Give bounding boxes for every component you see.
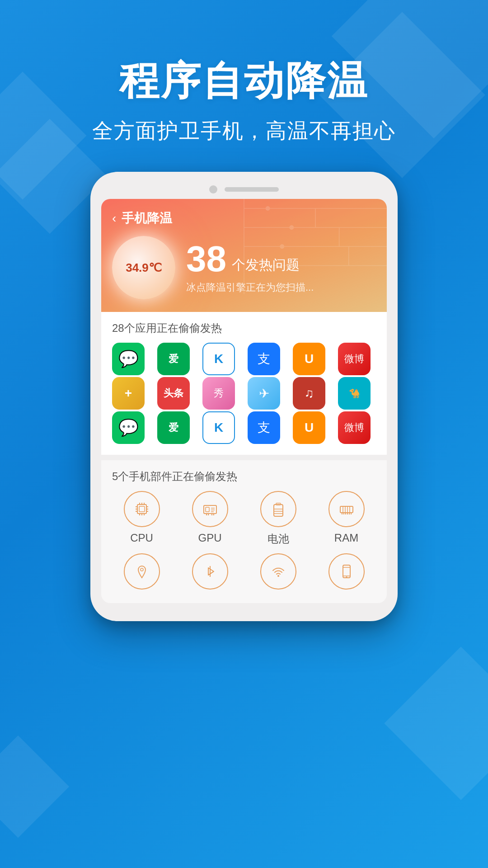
apps-section: 28个应用正在偷偷发热 💬 爱 K 支 U 微博 + 头条 秀 ✈ ♫ 🐪	[101, 312, 387, 455]
bluetooth-icon	[192, 553, 228, 590]
svg-rect-38	[274, 505, 283, 516]
ram-label: RAM	[334, 532, 358, 544]
component-battery: 电池	[249, 491, 308, 546]
app-icons-row3: 💬 爱 K 支 U 微博	[112, 411, 376, 444]
component-screen	[317, 553, 376, 594]
phone-mockup: ‹ 手机降温 34.9℃ 38 个发热问题 冰点降温引擎正在为您扫描...	[90, 172, 398, 621]
svg-rect-43	[340, 506, 353, 513]
list-item: U	[293, 343, 325, 375]
temperature-circle: 34.9℃	[112, 236, 175, 299]
cpu-label: CPU	[130, 532, 153, 544]
phone-frame: ‹ 手机降温 34.9℃ 38 个发热问题 冰点降温引擎正在为您扫描...	[90, 172, 398, 621]
list-item: ✈	[248, 377, 280, 410]
app-icons-row1: 💬 爱 K 支 U 微博	[112, 343, 376, 375]
components-row2	[112, 553, 376, 594]
svg-point-56	[277, 575, 279, 577]
cpu-icon	[124, 491, 160, 527]
components-section: 5个手机部件正在偷偷发热	[101, 460, 387, 603]
list-item: 爱	[157, 411, 190, 444]
issue-count: 38	[186, 239, 226, 279]
section-divider	[101, 455, 387, 460]
temperature-value: 34.9℃	[126, 261, 162, 275]
issue-info: 38 个发热问题 冰点降温引擎正在为您扫描...	[186, 241, 376, 294]
list-item: 微博	[338, 411, 371, 444]
app-title: 手机降温	[122, 210, 172, 227]
list-item: 支	[248, 343, 280, 375]
phone-camera	[209, 185, 217, 193]
list-item: 支	[248, 411, 280, 444]
issue-description: 冰点降温引擎正在为您扫描...	[186, 281, 376, 294]
component-gpu: GPU	[180, 491, 239, 546]
svg-point-60	[346, 576, 347, 578]
page-title: 程序自动降温	[0, 54, 488, 108]
phone-top-bar	[101, 185, 387, 193]
location-icon	[124, 553, 160, 590]
screen-icon	[328, 553, 365, 590]
list-item: 💬	[112, 411, 145, 444]
issue-count-row: 38 个发热问题	[186, 241, 376, 277]
header: 程序自动降温 全方面护卫手机，高温不再担心	[0, 54, 488, 145]
bg-decoration-5	[384, 646, 488, 800]
component-location	[112, 553, 171, 594]
app-header: ‹ 手机降温 34.9℃ 38 个发热问题 冰点降温引擎正在为您扫描...	[101, 199, 387, 312]
svg-rect-15	[137, 505, 146, 514]
battery-icon	[260, 491, 296, 527]
list-item: ♫	[293, 377, 325, 410]
component-ram: RAM	[317, 491, 376, 546]
issue-label: 个发热问题	[232, 257, 300, 272]
app-screen: ‹ 手机降温 34.9℃ 38 个发热问题 冰点降温引擎正在为您扫描...	[101, 199, 387, 603]
bg-decoration-6	[0, 736, 69, 838]
list-item: 💬	[112, 343, 145, 375]
component-bluetooth	[180, 553, 239, 594]
list-item: +	[112, 377, 145, 410]
svg-point-54	[141, 568, 143, 571]
svg-rect-16	[139, 506, 145, 512]
component-wifi	[249, 553, 308, 594]
components-section-title: 5个手机部件正在偷偷发热	[112, 469, 376, 484]
component-cpu: CPU	[112, 491, 171, 546]
back-button[interactable]: ‹	[112, 211, 116, 226]
list-item: 秀	[202, 377, 235, 410]
list-item: U	[293, 411, 325, 444]
app-content-row: 34.9℃ 38 个发热问题 冰点降温引擎正在为您扫描...	[112, 236, 376, 299]
phone-speaker	[225, 187, 279, 192]
list-item: 🐪	[338, 377, 371, 410]
app-icons-row2: + 头条 秀 ✈ ♫ 🐪	[112, 377, 376, 410]
list-item: K	[202, 343, 235, 375]
list-item: 爱	[157, 343, 190, 375]
svg-rect-30	[206, 507, 209, 512]
app-nav-bar: ‹ 手机降温	[112, 210, 376, 227]
list-item: 头条	[157, 377, 190, 410]
list-item: K	[202, 411, 235, 444]
apps-section-title: 28个应用正在偷偷发热	[112, 321, 376, 335]
list-item: 微博	[338, 343, 371, 375]
wifi-icon	[260, 553, 296, 590]
gpu-label: GPU	[198, 532, 221, 544]
gpu-icon	[192, 491, 228, 527]
battery-label: 电池	[267, 532, 289, 546]
components-row1: CPU	[112, 491, 376, 546]
ram-icon	[328, 491, 365, 527]
page-subtitle: 全方面护卫手机，高温不再担心	[0, 117, 488, 145]
